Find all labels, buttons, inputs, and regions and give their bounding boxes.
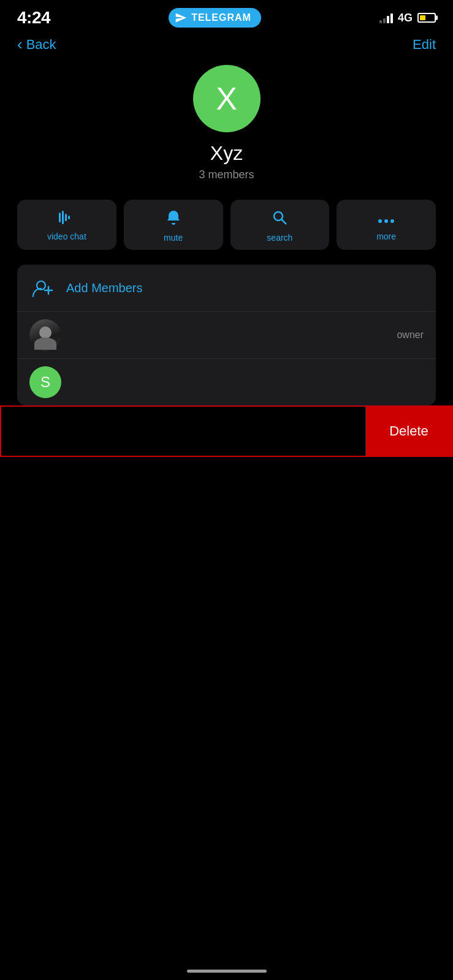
members-section: Add Members owner S xyxy=(17,265,436,405)
svg-rect-0 xyxy=(59,213,61,222)
search-label: search xyxy=(267,233,292,243)
battery-fill xyxy=(420,15,425,20)
status-bar: 4:24 TELEGRAM 4G xyxy=(0,0,453,31)
search-icon xyxy=(272,209,287,228)
delete-button[interactable]: Delete xyxy=(366,407,452,456)
home-indicator xyxy=(187,970,267,973)
svg-rect-1 xyxy=(62,211,64,224)
delete-swipe-row: Delete xyxy=(0,405,453,457)
delete-label: Delete xyxy=(389,423,428,439)
telegram-icon xyxy=(175,12,187,24)
back-button[interactable]: ‹ Back xyxy=(17,37,56,53)
signal-bars xyxy=(379,12,393,23)
member-count: 3 members xyxy=(199,168,254,181)
avatar-letter: X xyxy=(216,80,237,117)
status-time: 4:24 xyxy=(17,8,50,28)
bell-icon xyxy=(166,209,181,228)
back-label: Back xyxy=(26,37,56,53)
video-chat-icon xyxy=(58,211,75,227)
delete-row-content xyxy=(1,407,366,456)
member-row-2[interactable]: S xyxy=(17,359,436,405)
group-name: Xyz xyxy=(210,142,243,165)
edit-button[interactable]: Edit xyxy=(413,37,436,53)
svg-line-5 xyxy=(282,220,287,225)
svg-rect-3 xyxy=(68,216,70,219)
nav-bar: ‹ Back Edit xyxy=(0,31,453,59)
profile-section: X Xyz 3 members xyxy=(0,59,453,200)
battery-icon xyxy=(417,13,436,23)
add-members-icon xyxy=(29,274,56,301)
more-button[interactable]: more xyxy=(337,200,436,250)
group-avatar: X xyxy=(193,65,261,132)
back-chevron-icon: ‹ xyxy=(17,36,23,52)
status-right: 4G xyxy=(379,12,436,24)
member-1-avatar xyxy=(29,319,61,351)
member-1-role: owner xyxy=(397,330,424,341)
member-2-avatar-letter: S xyxy=(40,374,50,391)
network-type: 4G xyxy=(398,12,413,24)
member-row-1[interactable]: owner xyxy=(17,312,436,359)
mute-label: mute xyxy=(164,233,183,243)
search-button[interactable]: search xyxy=(230,200,330,250)
status-center: TELEGRAM xyxy=(169,8,261,28)
svg-point-7 xyxy=(384,219,388,223)
more-icon xyxy=(378,211,395,227)
mute-button[interactable]: mute xyxy=(124,200,223,250)
video-chat-label: video chat xyxy=(47,232,86,241)
more-label: more xyxy=(376,232,396,241)
add-members-label: Add Members xyxy=(66,281,143,295)
member-2-avatar: S xyxy=(29,366,61,398)
action-buttons-row: video chat mute search more xyxy=(0,200,453,250)
video-chat-button[interactable]: video chat xyxy=(17,200,116,250)
telegram-badge: TELEGRAM xyxy=(169,8,261,28)
svg-point-8 xyxy=(390,219,394,223)
add-members-row[interactable]: Add Members xyxy=(17,265,436,312)
telegram-label: TELEGRAM xyxy=(191,12,251,23)
svg-point-6 xyxy=(378,219,382,223)
svg-rect-2 xyxy=(65,214,67,221)
svg-point-4 xyxy=(274,212,283,221)
